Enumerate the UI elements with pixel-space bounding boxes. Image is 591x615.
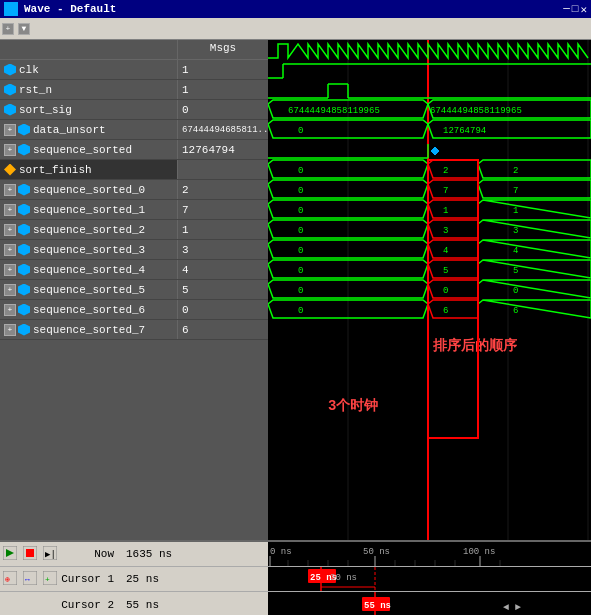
name-col-header xyxy=(0,40,178,59)
ss0-value: 2 xyxy=(182,184,189,196)
svg-text:0: 0 xyxy=(298,266,303,276)
status-now-row: ▶| Now 1635 ns 0 ns 50 ns 100 ns xyxy=(0,542,591,567)
svg-text:0 ns: 0 ns xyxy=(270,547,292,557)
svg-text:0: 0 xyxy=(298,246,303,256)
ss6-expand[interactable]: + xyxy=(4,304,16,316)
toolbar-btn-2[interactable]: ▼ xyxy=(18,23,30,35)
ss5-label: sequence_sorted_5 xyxy=(33,284,145,296)
svg-text:3: 3 xyxy=(443,226,448,236)
svg-text:1: 1 xyxy=(443,206,448,216)
maximize-btn[interactable]: □ xyxy=(572,3,579,15)
close-btn[interactable]: ✕ xyxy=(580,3,587,16)
cursor1-label: Cursor 1 xyxy=(60,573,120,585)
rst_n-icon xyxy=(4,84,16,96)
signal-row-sort_sig[interactable]: sort_sig 0 xyxy=(0,100,268,120)
ss1-value: 7 xyxy=(182,204,189,216)
data_unsort-value: 67444494685811... xyxy=(182,125,274,135)
ss0-expand[interactable]: + xyxy=(4,184,16,196)
cursor1-btn1[interactable]: ⊕ xyxy=(3,571,17,585)
signal-row-clk[interactable]: clk 1 xyxy=(0,60,268,80)
data_unsort-label: data_unsort xyxy=(33,124,106,136)
svg-text:▶|: ▶| xyxy=(45,550,56,560)
cursor1-btn3[interactable]: + xyxy=(43,571,57,585)
svg-rect-109 xyxy=(268,592,591,615)
signal-row-ss2[interactable]: + sequence_sorted_2 1 xyxy=(0,220,268,240)
wave-panel[interactable]: 67444494858119965 67444494858119965 0 12… xyxy=(268,40,591,540)
ss7-icon xyxy=(18,324,30,336)
ss0-icon xyxy=(18,184,30,196)
signal-row-ss1[interactable]: + sequence_sorted_1 7 xyxy=(0,200,268,220)
rst_n-value: 1 xyxy=(182,84,189,96)
ss5-expand[interactable]: + xyxy=(4,284,16,296)
svg-text:100 ns: 100 ns xyxy=(463,547,495,557)
signal-row-data_unsort[interactable]: + data_unsort 67444494685811... xyxy=(0,120,268,140)
cursor2-value: 55 ns xyxy=(120,599,159,611)
signal-row-ss3[interactable]: + sequence_sorted_3 3 xyxy=(0,240,268,260)
cursor1-btn2[interactable]: ↔ xyxy=(23,571,37,585)
sequence_sorted-expand[interactable]: + xyxy=(4,144,16,156)
svg-text:0: 0 xyxy=(298,226,303,236)
toolbar-btn-1[interactable]: + xyxy=(2,23,14,35)
svg-text:6: 6 xyxy=(443,306,448,316)
svg-text:1: 1 xyxy=(513,206,518,216)
svg-text:2: 2 xyxy=(443,166,448,176)
main-content: Msgs clk 1 rst_n 1 sort_sig 0 xyxy=(0,40,591,540)
sort_finish-icon xyxy=(4,164,16,176)
cursor2-left: Cursor 2 55 ns xyxy=(0,599,268,611)
ss6-icon xyxy=(18,304,30,316)
status-cursor2-row: Cursor 2 55 ns 55 ns ◄ ► xyxy=(0,592,591,615)
svg-text:67444494858119965: 67444494858119965 xyxy=(430,106,522,116)
signal-row-ss7[interactable]: + sequence_sorted_7 6 xyxy=(0,320,268,340)
svg-rect-80 xyxy=(268,542,591,566)
data_unsort-icon xyxy=(18,124,30,136)
msgs-col-header: Msgs xyxy=(178,40,268,59)
signal-row-sort_finish[interactable]: sort_finish xyxy=(0,160,268,180)
svg-text:12764794: 12764794 xyxy=(443,126,486,136)
ss2-value: 1 xyxy=(182,224,189,236)
now-label: Now xyxy=(60,548,120,560)
svg-text:7: 7 xyxy=(443,186,448,196)
cursor1-timeline-svg: 25 ns 30 ns xyxy=(268,567,591,591)
data_unsort-expand[interactable]: + xyxy=(4,124,16,136)
sequence_sorted-icon xyxy=(18,144,30,156)
signal-row-ss0[interactable]: + sequence_sorted_0 2 xyxy=(0,180,268,200)
svg-text:67444494858119965: 67444494858119965 xyxy=(288,106,380,116)
ss4-expand[interactable]: + xyxy=(4,264,16,276)
svg-text:4: 4 xyxy=(513,246,518,256)
svg-text:↔: ↔ xyxy=(25,575,30,584)
ss2-expand[interactable]: + xyxy=(4,224,16,236)
sort_sig-value: 0 xyxy=(182,104,189,116)
svg-text:0: 0 xyxy=(298,126,303,136)
play-icon[interactable] xyxy=(3,546,17,560)
ss1-expand[interactable]: + xyxy=(4,204,16,216)
svg-text:50 ns: 50 ns xyxy=(363,547,390,557)
status-cursor1-row: ⊕ ↔ + Cursor 1 25 ns 25 ns 30 ns xyxy=(0,567,591,592)
clk-label: clk xyxy=(19,64,39,76)
signal-row-ss6[interactable]: + sequence_sorted_6 0 xyxy=(0,300,268,320)
svg-text:6: 6 xyxy=(513,306,518,316)
timeline-cursor1: 25 ns 30 ns xyxy=(268,567,591,591)
clk-value: 1 xyxy=(182,64,189,76)
cursor2-label: Cursor 2 xyxy=(60,599,120,611)
ss4-value: 4 xyxy=(182,264,189,276)
signal-row-ss5[interactable]: + sequence_sorted_5 5 xyxy=(0,280,268,300)
stop-icon[interactable] xyxy=(23,546,37,560)
ss3-expand[interactable]: + xyxy=(4,244,16,256)
ss3-icon xyxy=(18,244,30,256)
title-icon xyxy=(4,2,18,16)
ss7-expand[interactable]: + xyxy=(4,324,16,336)
minimize-btn[interactable]: ─ xyxy=(563,3,570,15)
ss5-value: 5 xyxy=(182,284,189,296)
signal-header: Msgs xyxy=(0,40,268,60)
svg-text:3: 3 xyxy=(513,226,518,236)
sequence_sorted-value: 12764794 xyxy=(182,144,235,156)
clock-annotation: 3个时钟 xyxy=(328,397,378,414)
signal-row-ss4[interactable]: + sequence_sorted_4 4 xyxy=(0,260,268,280)
bottom-status: ▶| Now 1635 ns 0 ns 50 ns 100 ns xyxy=(0,540,591,615)
ss3-label: sequence_sorted_3 xyxy=(33,244,145,256)
signal-row-sequence_sorted[interactable]: + sequence_sorted 12764794 xyxy=(0,140,268,160)
svg-rect-77 xyxy=(26,549,34,557)
ss1-icon xyxy=(18,204,30,216)
step-icon[interactable]: ▶| xyxy=(43,546,57,560)
signal-row-rst_n[interactable]: rst_n 1 xyxy=(0,80,268,100)
